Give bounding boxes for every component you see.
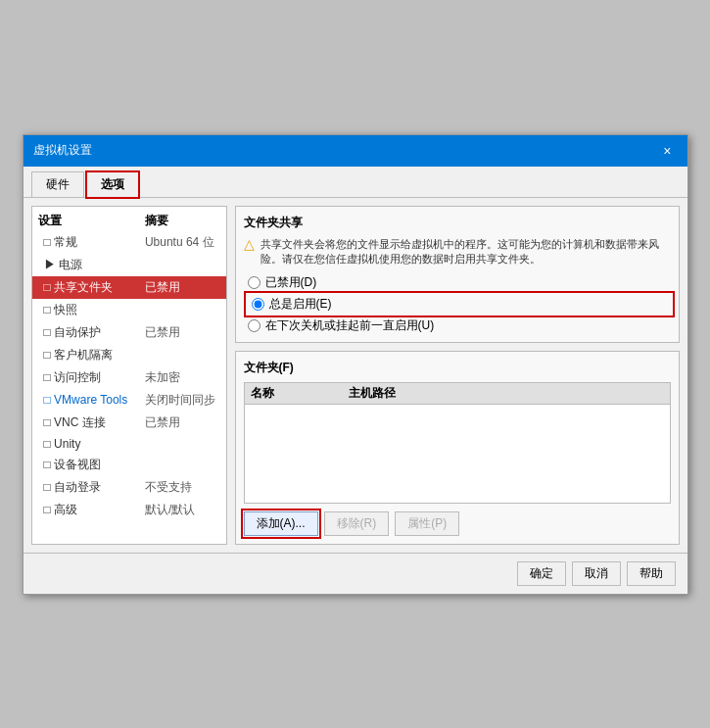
warning-icon: △ [244,236,255,267]
dialog-footer: 确定 取消 帮助 [24,553,687,594]
ok-button[interactable]: 确定 [517,561,566,586]
radio-disabled-input[interactable] [248,276,260,289]
list-item-vnc[interactable]: □ VNC 连接 已禁用 [32,412,226,434]
dialog-title: 虚拟机设置 [33,142,92,159]
table-header-row: 设置 摘要 [32,207,226,231]
close-button[interactable]: × [657,141,677,161]
tab-options[interactable]: 选项 [86,171,139,198]
settings-list: 设置 摘要 □ 常规 Ubuntu 64 位 ▶ 电源 □ 共享文件夹 [31,206,227,545]
main-content: 设置 摘要 □ 常规 Ubuntu 64 位 ▶ 电源 □ 共享文件夹 [24,198,687,553]
list-item-power[interactable]: ▶ 电源 [32,254,226,276]
folder-table-body [245,405,670,503]
shared-folder-title: 文件夹共享 [244,215,671,231]
right-panel: 文件夹共享 △ 共享文件夹会将您的文件显示给虚拟机中的程序。这可能为您的计算机和… [235,206,680,545]
title-bar: 虚拟机设置 × [24,135,687,167]
col-summary: 摘要 [139,207,226,231]
radio-group: 已禁用(D) 总是启用(E) 在下次关机或挂起前一直启用(U) [248,274,671,334]
radio-until-off-input[interactable] [248,319,260,332]
help-button[interactable]: 帮助 [627,561,676,586]
folder-table: 名称 主机路径 [244,382,671,504]
col-setting: 设置 [32,207,139,231]
settings-table: 设置 摘要 □ 常规 Ubuntu 64 位 ▶ 电源 □ 共享文件夹 [32,207,226,521]
tabs-container: 硬件 选项 [24,167,687,198]
list-item-general[interactable]: □ 常规 Ubuntu 64 位 [32,231,226,254]
folder-section: 文件夹(F) 名称 主机路径 添加(A)... 移除(R) 属性(P) [235,351,680,545]
col-host-path: 主机路径 [349,385,664,402]
shared-folder-section: 文件夹共享 △ 共享文件夹会将您的文件显示给虚拟机中的程序。这可能为您的计算机和… [235,206,680,343]
col-name: 名称 [251,385,349,402]
list-item-auto-login[interactable]: □ 自动登录 不受支持 [32,476,226,499]
folder-section-title: 文件夹(F) [244,360,671,376]
virtual-machine-settings-dialog: 虚拟机设置 × 硬件 选项 设置 摘要 □ 常规 [23,134,688,595]
radio-disabled[interactable]: 已禁用(D) [248,274,671,291]
list-item-access-control[interactable]: □ 访问控制 未加密 [32,366,226,389]
radio-always[interactable]: 总是启用(E) [248,295,671,314]
tab-hardware[interactable]: 硬件 [31,171,84,198]
list-item-device-view[interactable]: □ 设备视图 [32,454,226,476]
list-item-vmware-tools[interactable]: □ VMware Tools 关闭时间同步 [32,389,226,412]
cancel-button[interactable]: 取消 [572,561,621,586]
list-item-auto-protect[interactable]: □ 自动保护 已禁用 [32,321,226,344]
list-item-unity[interactable]: □ Unity [32,434,226,454]
list-item-snapshot[interactable]: □ 快照 [32,299,226,321]
list-item-guest-isolation[interactable]: □ 客户机隔离 [32,344,226,366]
warning-message: △ 共享文件夹会将您的文件显示给虚拟机中的程序。这可能为您的计算机和数据带来风险… [244,237,671,267]
radio-always-input[interactable] [252,298,264,311]
properties-button[interactable]: 属性(P) [395,511,459,536]
list-item-shared-folders[interactable]: □ 共享文件夹 已禁用 [32,276,226,299]
folder-action-buttons: 添加(A)... 移除(R) 属性(P) [244,511,671,536]
remove-button[interactable]: 移除(R) [324,511,390,536]
add-button[interactable]: 添加(A)... [244,511,318,536]
folder-table-header: 名称 主机路径 [245,383,670,405]
radio-until-off[interactable]: 在下次关机或挂起前一直启用(U) [248,317,671,334]
list-item-advanced[interactable]: □ 高级 默认/默认 [32,499,226,521]
